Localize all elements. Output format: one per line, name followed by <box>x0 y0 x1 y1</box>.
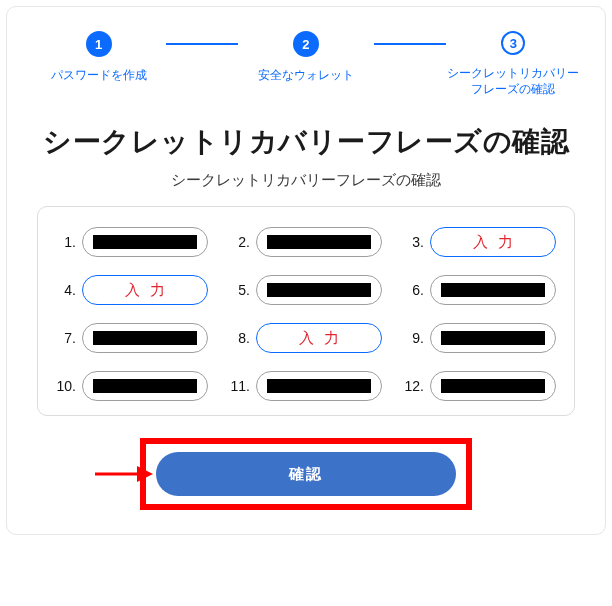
phrase-number: 5. <box>230 282 250 298</box>
phrase-item-6: 6. <box>404 275 556 305</box>
phrase-number: 2. <box>230 234 250 250</box>
phrase-word-5 <box>256 275 382 305</box>
wallet-setup-card: 1 パスワードを作成 2 安全なウォレット 3 シークレットリカバリーフレーズの… <box>6 6 606 535</box>
phrase-word-6 <box>430 275 556 305</box>
phrase-item-10: 10. <box>56 371 208 401</box>
step-3: 3 シークレットリカバリーフレーズの確認 <box>446 31 581 97</box>
page-title: シークレットリカバリーフレーズの確認 <box>25 123 587 161</box>
phrase-word-7 <box>82 323 208 353</box>
phrase-item-5: 5. <box>230 275 382 305</box>
phrase-input-hint: 入力 <box>463 233 523 252</box>
phrase-number: 11. <box>230 378 250 394</box>
step-1-circle: 1 <box>86 31 112 57</box>
confirm-button-label: 確認 <box>289 465 323 484</box>
phrase-input-hint: 入力 <box>115 281 175 300</box>
phrase-word-12 <box>430 371 556 401</box>
annotation-arrow-icon <box>93 463 153 485</box>
phrase-word-2 <box>256 227 382 257</box>
step-connector-2 <box>374 43 446 45</box>
step-2-label: 安全なウォレット <box>258 67 354 83</box>
redacted-word <box>267 379 371 393</box>
phrase-item-12: 12. <box>404 371 556 401</box>
annotation-frame: 確認 <box>140 438 472 510</box>
phrase-number: 9. <box>404 330 424 346</box>
step-2-circle: 2 <box>293 31 319 57</box>
redacted-word <box>267 235 371 249</box>
phrase-number: 10. <box>56 378 76 394</box>
phrase-word-10 <box>82 371 208 401</box>
phrase-item-2: 2. <box>230 227 382 257</box>
redacted-word <box>441 283 545 297</box>
phrase-number: 6. <box>404 282 424 298</box>
redacted-word <box>267 283 371 297</box>
phrase-item-11: 11. <box>230 371 382 401</box>
phrase-input-3[interactable]: 入力 <box>430 227 556 257</box>
redacted-word <box>441 331 545 345</box>
phrase-word-11 <box>256 371 382 401</box>
phrase-item-9: 9. <box>404 323 556 353</box>
step-3-label: シークレットリカバリーフレーズの確認 <box>446 65 581 97</box>
phrase-item-3: 3.入力 <box>404 227 556 257</box>
phrase-number: 7. <box>56 330 76 346</box>
step-connector-1 <box>166 43 238 45</box>
phrase-word-9 <box>430 323 556 353</box>
phrase-number: 4. <box>56 282 76 298</box>
confirm-area: 確認 <box>19 438 593 510</box>
redacted-word <box>93 235 197 249</box>
phrase-item-4: 4.入力 <box>56 275 208 305</box>
confirm-button[interactable]: 確認 <box>156 452 456 496</box>
phrase-number: 12. <box>404 378 424 394</box>
redacted-word <box>93 379 197 393</box>
phrase-input-4[interactable]: 入力 <box>82 275 208 305</box>
stepper: 1 パスワードを作成 2 安全なウォレット 3 シークレットリカバリーフレーズの… <box>31 31 581 97</box>
svg-marker-1 <box>137 466 153 482</box>
phrase-number: 8. <box>230 330 250 346</box>
phrase-item-7: 7. <box>56 323 208 353</box>
phrase-box: 1.2.3.入力4.入力5.6.7.8.入力9.10.11.12. <box>37 206 575 416</box>
phrase-input-hint: 入力 <box>289 329 349 348</box>
page-subtitle: シークレットリカバリーフレーズの確認 <box>19 171 593 190</box>
redacted-word <box>93 331 197 345</box>
phrase-number: 1. <box>56 234 76 250</box>
phrase-input-8[interactable]: 入力 <box>256 323 382 353</box>
step-3-circle: 3 <box>501 31 525 55</box>
phrase-number: 3. <box>404 234 424 250</box>
phrase-grid: 1.2.3.入力4.入力5.6.7.8.入力9.10.11.12. <box>56 227 556 401</box>
phrase-item-8: 8.入力 <box>230 323 382 353</box>
phrase-word-1 <box>82 227 208 257</box>
step-1-label: パスワードを作成 <box>51 67 147 83</box>
step-1: 1 パスワードを作成 <box>31 31 166 83</box>
redacted-word <box>441 379 545 393</box>
phrase-item-1: 1. <box>56 227 208 257</box>
step-2: 2 安全なウォレット <box>238 31 373 83</box>
